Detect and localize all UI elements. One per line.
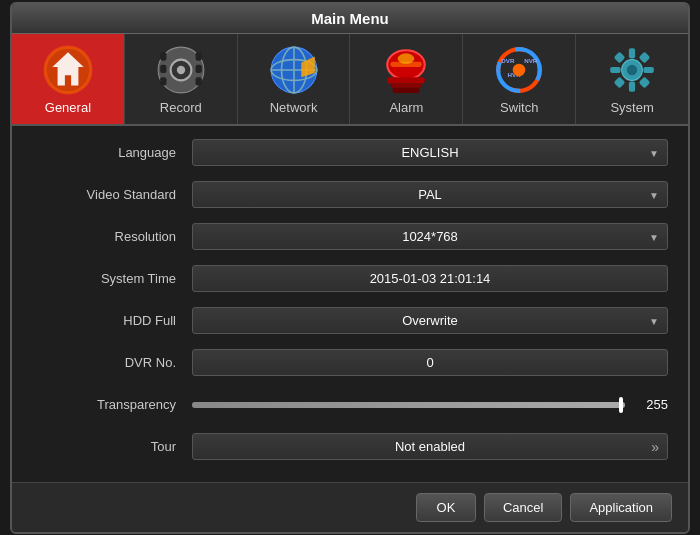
application-button[interactable]: Application	[570, 493, 672, 522]
tab-general[interactable]: General	[12, 34, 125, 124]
svg-rect-6	[160, 52, 166, 60]
transparency-value: 255	[633, 397, 668, 412]
svg-text:DVR: DVR	[502, 57, 516, 64]
hdd-full-label: HDD Full	[32, 313, 192, 328]
svg-rect-22	[391, 84, 422, 88]
tab-alarm-label: Alarm	[389, 100, 423, 115]
record-icon	[155, 44, 207, 96]
dvr-no-label: DVR No.	[32, 355, 192, 370]
tour-control[interactable]: Not enabled	[192, 433, 668, 460]
tab-record-label: Record	[160, 100, 202, 115]
svg-point-32	[627, 65, 637, 75]
switch-icon: DVR NVR HVR	[493, 44, 545, 96]
resolution-field[interactable]: 1024*768	[192, 223, 668, 250]
language-label: Language	[32, 145, 192, 160]
svg-rect-40	[639, 77, 651, 89]
transparency-row: Transparency 255	[32, 388, 668, 422]
svg-rect-23	[393, 88, 420, 93]
system-time-row: System Time 2015-01-03 21:01:14	[32, 262, 668, 296]
dvr-no-row: DVR No. 0	[32, 346, 668, 380]
svg-rect-33	[629, 48, 635, 58]
video-standard-row: Video Standard PAL	[32, 178, 668, 212]
tour-row: Tour Not enabled	[32, 430, 668, 464]
system-time-control[interactable]: 2015-01-03 21:01:14	[192, 265, 668, 292]
svg-rect-11	[195, 77, 201, 85]
language-control[interactable]: ENGLISH	[192, 139, 668, 166]
language-row: Language ENGLISH	[32, 136, 668, 170]
transparency-slider[interactable]	[192, 402, 625, 408]
hdd-full-field[interactable]: Overwrite	[192, 307, 668, 334]
tab-alarm[interactable]: Alarm	[350, 34, 463, 124]
svg-rect-39	[639, 52, 651, 64]
resolution-control[interactable]: 1024*768	[192, 223, 668, 250]
hdd-full-row: HDD Full Overwrite	[32, 304, 668, 338]
language-field[interactable]: ENGLISH	[192, 139, 668, 166]
transparency-control[interactable]: 255	[192, 397, 668, 412]
video-standard-label: Video Standard	[32, 187, 192, 202]
tab-general-label: General	[45, 100, 91, 115]
svg-rect-10	[195, 65, 201, 73]
tab-network[interactable]: Network	[238, 34, 351, 124]
tab-system[interactable]: System	[576, 34, 688, 124]
main-dialog: Main Menu General	[10, 2, 690, 534]
svg-point-30	[513, 64, 525, 76]
svg-point-24	[398, 53, 415, 63]
tab-switch[interactable]: DVR NVR HVR Switch	[463, 34, 576, 124]
hdd-full-control[interactable]: Overwrite	[192, 307, 668, 334]
tour-label: Tour	[32, 439, 192, 454]
video-standard-field[interactable]: PAL	[192, 181, 668, 208]
tab-system-label: System	[610, 100, 653, 115]
tab-switch-label: Switch	[500, 100, 538, 115]
svg-rect-9	[195, 52, 201, 60]
svg-point-5	[177, 66, 185, 74]
dvr-no-field[interactable]: 0	[192, 349, 668, 376]
resolution-row: Resolution 1024*768	[32, 220, 668, 254]
alarm-icon	[380, 44, 432, 96]
general-icon	[42, 44, 94, 96]
resolution-label: Resolution	[32, 229, 192, 244]
tab-record[interactable]: Record	[125, 34, 238, 124]
ok-button[interactable]: OK	[416, 493, 476, 522]
dvr-no-control[interactable]: 0	[192, 349, 668, 376]
dialog-title: Main Menu	[311, 10, 389, 27]
svg-text:NVR: NVR	[524, 57, 538, 64]
svg-rect-34	[629, 81, 635, 91]
tab-network-label: Network	[270, 100, 318, 115]
video-standard-control[interactable]: PAL	[192, 181, 668, 208]
footer: OK Cancel Application	[12, 482, 688, 532]
system-time-label: System Time	[32, 271, 192, 286]
svg-rect-35	[610, 67, 620, 73]
svg-rect-37	[614, 52, 626, 64]
tour-field[interactable]: Not enabled	[192, 433, 668, 460]
svg-rect-38	[614, 77, 626, 89]
svg-rect-8	[160, 77, 166, 85]
svg-rect-7	[160, 65, 166, 73]
transparency-label: Transparency	[32, 397, 192, 412]
network-icon	[268, 44, 320, 96]
title-bar: Main Menu	[12, 4, 688, 34]
form-content: Language ENGLISH Video Standard PAL Reso…	[12, 126, 688, 482]
system-time-field[interactable]: 2015-01-03 21:01:14	[192, 265, 668, 292]
svg-rect-36	[643, 67, 653, 73]
system-icon	[606, 44, 658, 96]
cancel-button[interactable]: Cancel	[484, 493, 562, 522]
nav-tabs: General Record	[12, 34, 688, 126]
svg-rect-21	[388, 77, 425, 83]
